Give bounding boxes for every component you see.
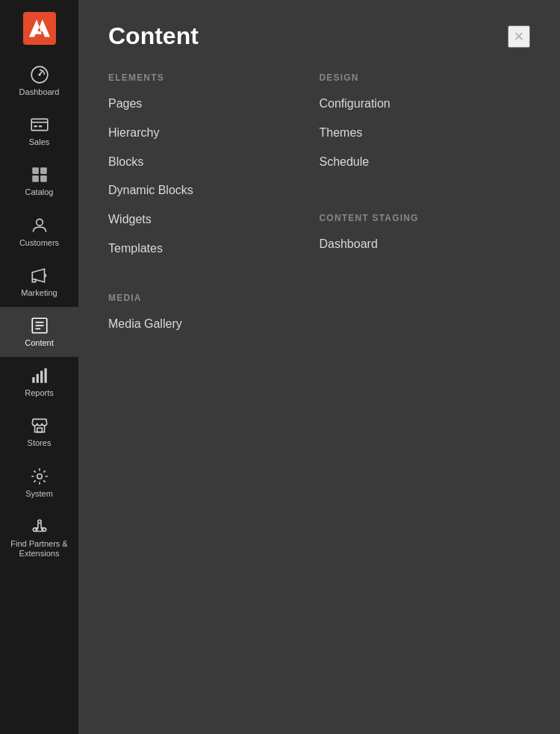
svg-rect-8 (40, 168, 47, 175)
content-staging-section: CONTENT STAGING Dashboard (320, 213, 531, 266)
svg-rect-19 (44, 368, 46, 383)
sidebar-item-content-label: Content (25, 338, 54, 348)
menu-item-templates[interactable]: Templates (108, 241, 320, 257)
sidebar-item-stores-label: Stores (28, 438, 52, 448)
sales-icon (30, 115, 49, 134)
sidebar-item-dashboard-label: Dashboard (19, 87, 60, 97)
content-icon (30, 316, 49, 335)
sidebar-item-reports[interactable]: Reports (0, 357, 78, 407)
content-left-column: ELEMENTS Pages Hierarchy Blocks Dynamic … (108, 72, 320, 704)
sidebar-item-catalog[interactable]: Catalog (0, 156, 78, 206)
sidebar-item-reports-label: Reports (25, 388, 54, 398)
adobe-logo (23, 12, 56, 45)
close-button[interactable]: × (508, 25, 530, 48)
svg-rect-6 (38, 125, 41, 127)
content-staging-section-label: CONTENT STAGING (320, 213, 531, 223)
reports-icon (30, 366, 49, 385)
menu-item-media-gallery[interactable]: Media Gallery (108, 317, 320, 332)
sidebar-item-stores[interactable]: Stores (0, 407, 78, 457)
content-header: Content × (78, 0, 560, 65)
svg-point-22 (37, 520, 40, 523)
menu-item-blocks[interactable]: Blocks (108, 155, 320, 170)
svg-rect-17 (36, 374, 38, 383)
system-icon (30, 467, 49, 486)
menu-item-pages[interactable]: Pages (108, 96, 320, 112)
sidebar-item-system[interactable]: System (0, 458, 78, 508)
svg-point-11 (36, 219, 43, 226)
menu-item-themes[interactable]: Themes (320, 125, 531, 141)
content-right-column: DESIGN Configuration Themes Schedule CON… (320, 72, 531, 704)
sidebar-item-customers-label: Customers (19, 238, 59, 248)
marketing-icon (30, 266, 49, 285)
partners-icon (30, 517, 49, 536)
content-panel: Content × ELEMENTS Pages Hierarchy Block… (78, 0, 560, 734)
sidebar-item-partners[interactable]: Find Partners & Extensions (0, 508, 78, 567)
svg-rect-18 (40, 371, 43, 383)
menu-item-staging-dashboard[interactable]: Dashboard (320, 237, 531, 252)
svg-point-2 (38, 73, 40, 75)
sidebar-item-marketing[interactable]: Marketing (0, 257, 78, 307)
svg-point-24 (43, 528, 46, 531)
panel-title: Content (108, 22, 199, 50)
svg-rect-9 (32, 175, 39, 182)
design-section-label: DESIGN (320, 72, 531, 83)
catalog-icon (30, 165, 49, 184)
logo-area (0, 0, 78, 56)
media-section: MEDIA Media Gallery (108, 293, 320, 346)
elements-section-label: ELEMENTS (108, 72, 320, 83)
svg-point-21 (37, 473, 42, 479)
stores-icon (30, 416, 49, 435)
elements-section: ELEMENTS Pages Hierarchy Blocks Dynamic … (108, 72, 320, 270)
sidebar-item-customers[interactable]: Customers (0, 207, 78, 257)
sidebar-item-system-label: System (25, 489, 53, 499)
sidebar-item-content[interactable]: Content (0, 307, 78, 357)
design-section: DESIGN Configuration Themes Schedule (320, 72, 531, 183)
svg-rect-5 (34, 125, 37, 127)
sidebar-item-dashboard[interactable]: Dashboard (0, 56, 78, 106)
menu-item-configuration[interactable]: Configuration (320, 96, 531, 112)
sidebar-item-sales-label: Sales (29, 137, 50, 147)
dashboard-icon (30, 65, 49, 84)
menu-item-widgets[interactable]: Widgets (108, 212, 320, 228)
svg-rect-16 (32, 377, 34, 383)
sidebar-item-sales[interactable]: Sales (0, 106, 78, 156)
svg-rect-7 (32, 168, 39, 175)
sidebar-item-catalog-label: Catalog (25, 187, 54, 197)
svg-point-23 (33, 528, 36, 531)
sidebar-item-marketing-label: Marketing (21, 288, 57, 298)
svg-rect-3 (31, 119, 48, 131)
sidebar-item-partners-label: Find Partners & Extensions (3, 539, 75, 559)
content-body: ELEMENTS Pages Hierarchy Blocks Dynamic … (78, 65, 560, 734)
sidebar: Dashboard Sales Catalog Customers (0, 0, 78, 734)
menu-item-schedule[interactable]: Schedule (320, 155, 531, 170)
menu-item-hierarchy[interactable]: Hierarchy (108, 125, 320, 141)
menu-item-dynamic-blocks[interactable]: Dynamic Blocks (108, 183, 320, 199)
svg-rect-20 (37, 429, 42, 432)
customers-icon (30, 216, 49, 235)
adobe-logo-icon (29, 18, 50, 39)
media-section-label: MEDIA (108, 293, 320, 303)
svg-rect-10 (40, 175, 47, 182)
